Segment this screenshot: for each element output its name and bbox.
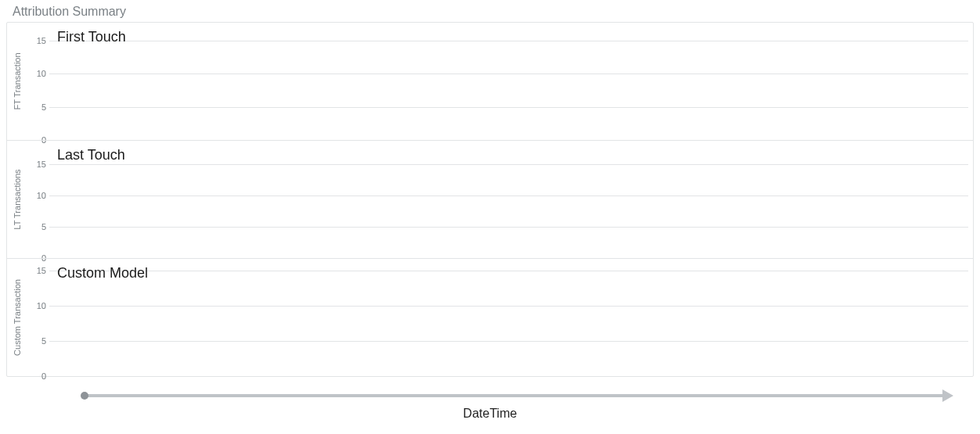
bar-column: Paid SearchOrganic Search xyxy=(283,264,396,376)
bar-column: Paid SearchOrganic Search xyxy=(622,264,736,376)
y-tick: 15 xyxy=(27,160,46,169)
y-tick: 5 xyxy=(27,222,46,231)
y-tick: 5 xyxy=(27,336,46,346)
timeline-start-dot xyxy=(81,392,88,400)
bar-column: Organic SearchDisplay xyxy=(283,27,396,140)
bar-column: Display xyxy=(848,27,962,140)
bar-column: Paid Search xyxy=(848,264,962,376)
bar-column: Paid Search xyxy=(283,145,396,258)
bar-column: Paid SearchOrganic Search xyxy=(736,264,849,376)
bars-lt: Paid SearchPaid SearchPaid SearchOrganic… xyxy=(49,145,968,258)
panel-lt: Last TouchLT Transactions051015Paid Sear… xyxy=(7,140,973,258)
bar-column xyxy=(169,27,283,140)
chart-stack: First TouchFT Transaction051015Organic S… xyxy=(6,22,974,377)
panel-title-ft: First Touch xyxy=(57,29,126,45)
panel-ft: First TouchFT Transaction051015Organic S… xyxy=(7,23,973,140)
bar-column: Paid SearchOrganic Search xyxy=(509,145,622,258)
bar-column: Paid Search xyxy=(395,145,509,258)
bar-column: Organic SearchDisplay xyxy=(395,27,509,140)
plot-cu: 051015Paid SearchOrganic SearchPaid Sear… xyxy=(49,264,968,376)
x-axis-area: DateTime xyxy=(6,380,974,427)
bars-ft: Organic SearchDisplayOrganic SearchDispl… xyxy=(49,27,968,140)
timeline-arrow-head xyxy=(942,389,953,402)
y-tick: 5 xyxy=(27,102,46,112)
y-axis-label-ft: FT Transaction xyxy=(13,38,22,124)
y-tick: 15 xyxy=(27,266,46,275)
y-axis-label-lt: LT Transactions xyxy=(13,156,22,242)
panel-title-lt: Last Touch xyxy=(57,147,125,163)
bar-column: Organic Search xyxy=(622,27,736,140)
bar-column: Organic Search xyxy=(736,27,849,140)
bar-column: Paid SearchOrganic Search xyxy=(509,264,622,376)
x-axis-label: DateTime xyxy=(6,407,974,421)
bar-column: Paid Search xyxy=(736,145,849,258)
y-tick: 15 xyxy=(27,36,46,45)
y-tick: 10 xyxy=(27,191,46,200)
bars-cu: Paid SearchOrganic SearchPaid SearchOrga… xyxy=(49,264,968,376)
bar-column: Paid SearchOrganic SearchDisplayOther xyxy=(395,264,509,376)
panel-cu: Custom ModelCustom Transaction051015Paid… xyxy=(7,258,973,376)
panel-title-cu: Custom Model xyxy=(57,265,148,282)
y-axis-label-cu: Custom Transaction xyxy=(13,274,22,360)
timeline-arrow xyxy=(85,394,942,397)
page-title: Attribution Summary xyxy=(13,5,974,19)
bar-column: Paid SearchOrganic Search xyxy=(622,145,736,258)
plot-ft: 051015Organic SearchDisplayOrganic Searc… xyxy=(49,27,968,140)
gridline xyxy=(49,376,968,377)
bar-column xyxy=(169,145,283,258)
bar-column: Organic SearchDisplay xyxy=(509,27,622,140)
bar-column: Paid Search xyxy=(848,145,962,258)
y-tick: 10 xyxy=(27,69,46,78)
y-tick: 10 xyxy=(27,301,46,310)
plot-lt: 051015Paid SearchPaid SearchPaid SearchO… xyxy=(49,145,968,258)
bar-column xyxy=(169,264,283,376)
